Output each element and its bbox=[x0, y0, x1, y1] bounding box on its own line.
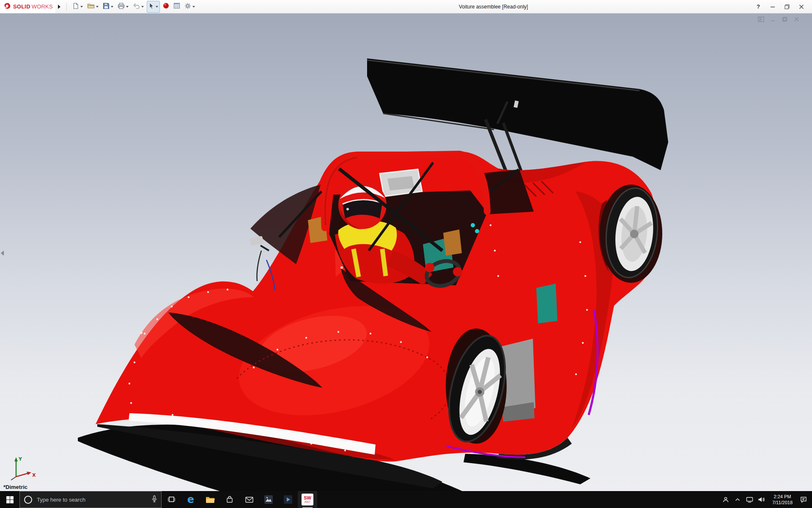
restore-window-icon bbox=[782, 17, 787, 22]
screen: SOLIDWORKS bbox=[0, 0, 812, 508]
taskbar-search[interactable] bbox=[19, 491, 162, 508]
system-tray: 2:24 PM 7/11/2018 bbox=[720, 491, 812, 508]
restore-icon bbox=[785, 4, 790, 9]
undo-button[interactable] bbox=[132, 1, 145, 12]
doc-close-button[interactable] bbox=[793, 16, 800, 22]
rear-right-wheel[interactable] bbox=[600, 185, 662, 283]
undo-icon bbox=[133, 3, 140, 11]
clock-time: 2:24 PM bbox=[774, 494, 791, 500]
chevron-down-icon[interactable] bbox=[126, 6, 129, 8]
new-document-button[interactable] bbox=[71, 1, 84, 12]
view-orientation-label: *Dimetric bbox=[3, 484, 27, 490]
design-table-button[interactable] bbox=[172, 1, 181, 12]
minimize-icon bbox=[770, 17, 776, 22]
minimize-button[interactable] bbox=[766, 2, 779, 12]
volume-button[interactable] bbox=[755, 491, 767, 508]
chevron-down-icon[interactable] bbox=[192, 6, 195, 8]
appearance-sphere-icon bbox=[163, 3, 169, 11]
microphone-icon[interactable] bbox=[152, 495, 157, 504]
file-explorer-icon bbox=[206, 496, 215, 503]
titlebar: SOLIDWORKS bbox=[0, 0, 812, 14]
svg-text:X: X bbox=[32, 472, 36, 478]
people-button[interactable] bbox=[720, 491, 732, 508]
start-button[interactable] bbox=[0, 491, 19, 508]
select-tool-button[interactable] bbox=[147, 1, 160, 13]
search-input[interactable] bbox=[36, 496, 148, 503]
design-table-icon bbox=[173, 3, 180, 11]
show-hidden-icons-button[interactable] bbox=[732, 491, 743, 508]
print-icon bbox=[118, 3, 125, 11]
window-controls: ? bbox=[752, 2, 812, 12]
menu-flyout-arrow[interactable] bbox=[58, 5, 60, 9]
options-button[interactable] bbox=[183, 1, 196, 12]
pane-left-button[interactable] bbox=[757, 16, 765, 22]
3d-model-race-car[interactable] bbox=[0, 14, 812, 491]
chevron-down-icon[interactable] bbox=[111, 6, 113, 8]
ds-swirl-logo bbox=[3, 3, 12, 11]
graphics-viewport[interactable]: Y X *Dimetric bbox=[0, 14, 812, 491]
new-document-icon bbox=[72, 3, 79, 11]
chevron-down-icon[interactable] bbox=[96, 6, 99, 8]
people-icon bbox=[722, 496, 729, 503]
taskbar-item-mail[interactable] bbox=[239, 491, 259, 508]
action-center-icon bbox=[800, 496, 807, 503]
network-icon bbox=[746, 497, 753, 503]
doc-restore-button[interactable] bbox=[781, 16, 788, 22]
photos-icon bbox=[264, 495, 273, 504]
help-icon: ? bbox=[757, 3, 760, 10]
select-cursor-icon bbox=[148, 3, 154, 11]
taskbar-item-photos[interactable] bbox=[259, 491, 278, 508]
save-button[interactable] bbox=[102, 1, 115, 12]
movies-tv-icon bbox=[283, 495, 293, 504]
orientation-triad-icon: Y X bbox=[6, 455, 40, 482]
chevron-down-icon[interactable] bbox=[156, 6, 158, 8]
store-icon bbox=[226, 496, 233, 503]
action-center-button[interactable] bbox=[798, 491, 809, 508]
solidworks-logo: SOLIDWORKS bbox=[0, 0, 55, 13]
brand-solid-text: SOLID bbox=[13, 3, 30, 10]
taskbar-item-edge[interactable]: e bbox=[181, 491, 200, 508]
close-icon bbox=[799, 4, 804, 9]
document-window-controls bbox=[757, 16, 800, 22]
doc-minimize-button[interactable] bbox=[769, 16, 776, 22]
taskbar-item-movies-tv[interactable] bbox=[278, 491, 298, 508]
open-icon bbox=[87, 3, 95, 11]
restore-button[interactable] bbox=[781, 2, 793, 12]
chevron-up-icon bbox=[735, 498, 740, 501]
appearance-button[interactable] bbox=[162, 1, 170, 12]
mail-icon bbox=[245, 497, 253, 503]
collapse-panel-arrow-icon[interactable] bbox=[1, 251, 4, 256]
windows-start-icon bbox=[6, 496, 14, 503]
save-icon bbox=[103, 3, 110, 11]
close-window-icon bbox=[794, 17, 799, 22]
task-view-button[interactable] bbox=[162, 491, 181, 508]
chevron-down-icon[interactable] bbox=[80, 6, 83, 8]
taskbar: e SW 2017 bbox=[0, 491, 812, 508]
volume-icon bbox=[758, 497, 765, 502]
taskbar-item-solidworks[interactable]: SW 2017 bbox=[298, 491, 317, 508]
close-button[interactable] bbox=[795, 2, 808, 12]
svg-text:Y: Y bbox=[18, 456, 22, 462]
edge-icon: e bbox=[187, 494, 194, 505]
minimize-icon bbox=[770, 4, 775, 9]
task-view-icon bbox=[167, 495, 176, 504]
brand-works-text: WORKS bbox=[32, 3, 53, 10]
chevron-down-icon[interactable] bbox=[141, 6, 144, 8]
taskbar-clock[interactable]: 2:24 PM 7/11/2018 bbox=[767, 491, 798, 508]
pane-left-icon bbox=[758, 17, 764, 22]
window-title: Voiture assemblee [Read-only] bbox=[459, 0, 528, 14]
cortana-circle-icon bbox=[24, 496, 32, 504]
open-button[interactable] bbox=[86, 1, 100, 12]
toolbar-separator bbox=[66, 3, 67, 11]
taskbar-item-store[interactable] bbox=[220, 491, 239, 508]
clock-date: 7/11/2018 bbox=[772, 500, 793, 505]
help-button[interactable]: ? bbox=[752, 2, 765, 12]
print-button[interactable] bbox=[116, 1, 130, 12]
taskbar-item-file-explorer[interactable] bbox=[200, 491, 220, 508]
network-button[interactable] bbox=[743, 491, 755, 508]
solidworks-app-icon: SW 2017 bbox=[302, 494, 313, 505]
options-gear-icon bbox=[184, 3, 191, 11]
